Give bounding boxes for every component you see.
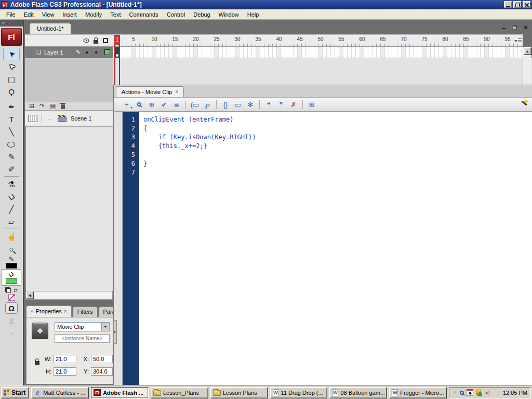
actions-tab-close-icon[interactable]: × bbox=[175, 87, 178, 97]
actions-tab[interactable]: Actions - Movie Clip × bbox=[116, 86, 184, 97]
swap-colors-icon[interactable]: ⇄ bbox=[14, 288, 18, 293]
default-colors-icon[interactable] bbox=[5, 287, 11, 293]
timeline-panel-menu-icon[interactable] bbox=[514, 37, 522, 43]
tray-volume-icon[interactable]: ◄) bbox=[484, 390, 489, 395]
restore-button[interactable] bbox=[513, 1, 522, 8]
script-assist-icon[interactable] bbox=[520, 100, 528, 109]
subselection-tool[interactable]: ➤ bbox=[3, 60, 20, 73]
x-field[interactable] bbox=[91, 355, 113, 363]
line-tool[interactable]: ╲ bbox=[3, 125, 20, 138]
close-button[interactable] bbox=[523, 1, 531, 8]
eyedropper-tool[interactable]: ╱ bbox=[3, 203, 20, 215]
show-hide-toolbox-icon[interactable]: ⊞ bbox=[306, 99, 317, 110]
insert-layer-button[interactable]: ⊞ bbox=[29, 103, 34, 109]
find-icon[interactable] bbox=[134, 99, 145, 110]
menu-help[interactable]: Help bbox=[243, 10, 263, 19]
menu-window[interactable]: Window bbox=[215, 10, 243, 19]
frames-empty-area[interactable] bbox=[113, 58, 532, 85]
tools-panel-collapse[interactable]: » bbox=[0, 20, 23, 26]
lasso-tool[interactable]: Ϙ bbox=[3, 85, 20, 98]
layer-outline-color-swatch[interactable] bbox=[104, 49, 110, 55]
pencil-tool[interactable]: ✎ bbox=[3, 150, 20, 163]
smooth-option[interactable]: S bbox=[3, 315, 20, 327]
start-button[interactable]: Start bbox=[1, 387, 29, 398]
stroke-color-control[interactable]: ✎ bbox=[3, 256, 20, 269]
menu-modify[interactable]: Modify bbox=[81, 10, 106, 19]
instance-name-input[interactable] bbox=[55, 334, 110, 343]
pen-tool[interactable]: ✒ bbox=[3, 100, 20, 113]
tray-app-icon[interactable]: ◆ bbox=[467, 389, 473, 396]
line-comment-icon[interactable]: ❞ bbox=[275, 99, 287, 110]
width-field[interactable] bbox=[54, 355, 76, 363]
taskbar-clock[interactable]: 12:05 PM bbox=[503, 390, 527, 396]
timeline-toggle-icon[interactable] bbox=[28, 115, 37, 122]
document-minimize-button[interactable] bbox=[500, 24, 507, 30]
hand-tool[interactable]: ☝ bbox=[3, 230, 20, 243]
menu-text[interactable]: Text bbox=[106, 10, 125, 19]
taskbar-button[interactable]: FlAdobe Flash ... bbox=[91, 387, 149, 398]
delete-layer-button[interactable] bbox=[61, 104, 65, 109]
taskbar-button[interactable]: W11 Drag Drop (... bbox=[270, 387, 328, 398]
tab-param[interactable]: Param bbox=[99, 307, 113, 317]
show-hide-layers-icon[interactable]: ⊙ bbox=[83, 37, 90, 44]
lock-layers-icon[interactable] bbox=[94, 40, 98, 44]
y-field[interactable] bbox=[91, 367, 113, 376]
menu-view[interactable]: View bbox=[38, 10, 59, 19]
ink-bottle-tool[interactable]: ⚗ bbox=[3, 178, 20, 190]
remove-comment-icon[interactable]: ✗ bbox=[288, 99, 299, 110]
tray-hidden-icon[interactable]: ✳ bbox=[453, 389, 457, 396]
scene-label[interactable]: Scene 1 bbox=[71, 115, 91, 122]
brush-tool[interactable]: ✐ bbox=[3, 163, 20, 175]
menu-edit[interactable]: Edit bbox=[20, 10, 38, 19]
playhead[interactable]: 1 bbox=[114, 35, 120, 45]
height-field[interactable] bbox=[54, 367, 76, 376]
stage-horizontal-scrollbar[interactable]: ◀ bbox=[25, 291, 113, 300]
debug-options-icon[interactable]: ℘ bbox=[202, 99, 213, 110]
tab-filters[interactable]: Filters bbox=[73, 307, 98, 317]
minimize-button[interactable] bbox=[504, 1, 512, 8]
paint-bucket-tool[interactable]: ⊔ bbox=[3, 190, 20, 203]
eraser-tool[interactable]: ▱ bbox=[3, 215, 20, 228]
document-tab[interactable]: Untitled-1* bbox=[29, 23, 71, 34]
selection-tool[interactable]: ➤ bbox=[3, 48, 20, 60]
layer-name[interactable]: Layer 1 bbox=[44, 49, 76, 56]
taskbar-button[interactable]: Lesson Plans bbox=[210, 387, 268, 398]
fill-color-swatch[interactable] bbox=[6, 278, 17, 284]
menu-control[interactable]: Control bbox=[163, 10, 189, 19]
layer-visibility-dot[interactable] bbox=[86, 51, 88, 54]
code-area[interactable]: onClipEvent (enterFrame){ if (Key.isDown… bbox=[139, 112, 532, 385]
symbol-type-dropdown[interactable]: Movie Clip bbox=[55, 322, 110, 331]
scroll-up-button[interactable]: ▲ bbox=[524, 47, 531, 55]
block-comment-icon[interactable]: ❝ bbox=[263, 99, 274, 110]
free-transform-tool[interactable]: ▢ bbox=[3, 73, 20, 85]
timeline-scrollbar[interactable]: ▲ bbox=[523, 47, 531, 85]
add-script-icon[interactable]: +▾ bbox=[121, 99, 132, 110]
check-syntax-icon[interactable]: ✔ bbox=[158, 99, 170, 110]
insert-target-path-icon[interactable]: ⊕ bbox=[146, 99, 157, 110]
dropdown-arrow-icon[interactable] bbox=[101, 323, 109, 331]
show-code-hint-icon[interactable]: (▭ bbox=[189, 99, 201, 110]
menu-commands[interactable]: Commands bbox=[125, 10, 162, 19]
stage-pasteboard[interactable] bbox=[25, 126, 113, 291]
document-close-button[interactable] bbox=[522, 24, 529, 30]
back-arrow-icon[interactable]: ← bbox=[46, 114, 54, 123]
straighten-option[interactable]: ‹ bbox=[3, 327, 20, 339]
insert-layer-folder-button[interactable]: ▤ bbox=[50, 103, 56, 109]
outline-layers-icon[interactable] bbox=[103, 38, 108, 43]
snap-to-objects-button[interactable]: Ω bbox=[5, 302, 18, 314]
menu-file[interactable]: File bbox=[2, 10, 20, 19]
scroll-left-button[interactable]: ◀ bbox=[26, 291, 34, 299]
tray-search-icon[interactable] bbox=[460, 391, 464, 395]
taskbar-button[interactable]: eMatt Curless - ... bbox=[31, 387, 89, 398]
taskbar-button[interactable]: W08 Balloon gam... bbox=[329, 387, 387, 398]
tab-properties[interactable]: ⋄Properties× bbox=[26, 305, 72, 317]
no-color-button[interactable] bbox=[8, 294, 15, 301]
zoom-tool[interactable]: ○ bbox=[3, 243, 20, 255]
add-motion-guide-button[interactable]: ↷ bbox=[39, 103, 45, 109]
layer-frames-track[interactable] bbox=[113, 47, 523, 58]
taskbar-button[interactable]: WFrogger - Micro... bbox=[389, 387, 447, 398]
auto-format-icon[interactable]: ≣ bbox=[171, 99, 182, 110]
menu-debug[interactable]: Debug bbox=[189, 10, 214, 19]
oval-tool[interactable]: ◯ bbox=[3, 138, 20, 150]
collapse-between-braces-icon[interactable]: {} bbox=[220, 99, 231, 110]
